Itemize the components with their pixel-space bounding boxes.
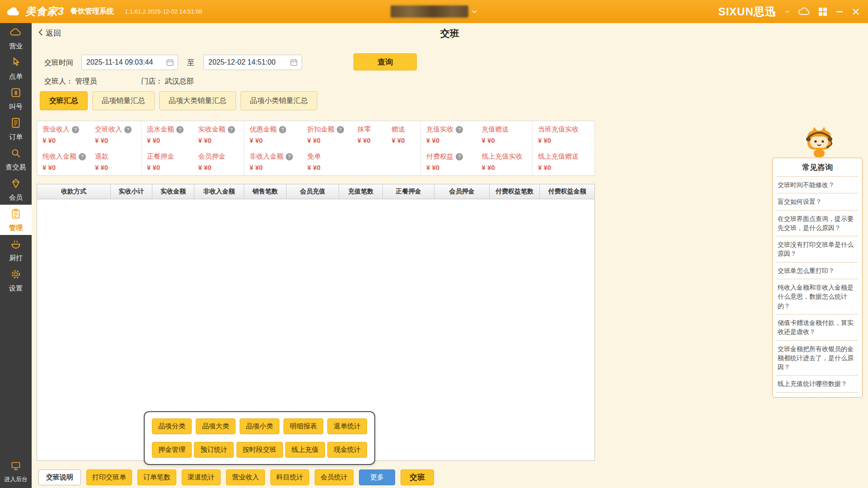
minimize-icon[interactable] [835,8,844,16]
quick-item-major-class-button[interactable]: 品项大类 [196,418,236,434]
sidebar-item-call-number[interactable]: 8 叫号 [0,84,32,114]
faq-item[interactable]: 盲交如何设置？ [777,193,858,210]
help-icon[interactable]: ? [228,126,235,133]
help-icon[interactable]: ? [124,126,132,133]
sidebar-item-members[interactable]: 会员 [0,174,32,205]
quick-shift-by-period-button[interactable]: 按时段交班 [236,442,283,458]
help-icon[interactable]: ? [176,126,184,133]
sidebar-item-label: 点单 [9,72,23,81]
help-icon[interactable]: ? [456,126,463,133]
quick-refund-stats-button[interactable]: 退单统计 [327,418,367,434]
channel-stats-button[interactable]: 渠道统计 [182,469,221,485]
column-header: 充值笔数 [339,184,383,199]
quick-item-minor-class-button[interactable]: 品项小类 [240,418,279,434]
calendar-icon[interactable] [166,58,174,66]
sidebar-item-business[interactable]: 营业 [0,23,32,53]
faq-item[interactable]: 交班单怎么重打印？ [777,263,858,279]
column-header: 非收入金额 [194,184,244,199]
stat-non-income: 非收入金额? ¥ ¥0 [244,148,302,175]
more-button[interactable]: 更多 [359,469,395,485]
tab-shift-summary[interactable]: 交班汇总 [40,91,88,110]
faq-item[interactable]: 储值卡赠送金额付款，算实收还是虚收？ [777,314,858,341]
store-selector-blurred[interactable] [391,5,468,18]
revenue-button[interactable]: 营业收入 [226,469,265,485]
tab-item-minor-sales-summary[interactable]: 品项小类销量汇总 [241,91,317,110]
member-icon [10,178,22,191]
shift-handover-button[interactable]: 交班 [401,469,434,485]
tab-item-sales-summary[interactable]: 品项销量汇总 [92,91,155,110]
topbar-left: 美食家3 餐饮管理系统 1.1.61.2 2025-12-02 14:51:08 [6,5,202,19]
sidebar-item-label: 厨打 [9,254,23,263]
main-content: 返回 交班 交班时间 2025-11-14 09:03:44 至 2025-12… [32,23,868,488]
member-stats-button[interactable]: 会员统计 [315,469,354,485]
operator-label: 交班人： [44,77,73,85]
start-datetime-value: 2025-11-14 09:03:44 [86,58,153,66]
faq-item[interactable]: 线上充值统计哪些数据？ [777,375,858,392]
store-label: 门店： [141,77,163,85]
query-button[interactable]: 查询 [354,53,417,70]
start-datetime-input[interactable]: 2025-11-14 09:03:44 [81,55,178,70]
quick-detail-report-button[interactable]: 明细报表 [283,418,323,434]
help-icon[interactable]: ? [79,153,86,160]
stat-giveaway: 赠送 ¥ ¥0 [386,121,420,148]
faq-item[interactable]: 在交班界面点查询，提示要先交班，是什么原因？ [777,211,858,237]
app-logo-icon [6,6,21,17]
quick-deposit-management-button[interactable]: 押金管理 [152,442,192,458]
stats-panel: 营业收入? ¥ ¥0 纯收入金额? ¥ ¥0 交班收入? ¥ ¥0 退款 [37,121,595,176]
shift-notes-button[interactable]: 交班说明 [38,469,81,485]
cloud-sync-icon[interactable] [798,7,810,16]
sidebar-item-backoffice[interactable]: 进入后台 [0,458,32,485]
print-shift-button[interactable]: 打印交班单 [86,469,132,485]
order-count-button[interactable]: 订单笔数 [137,469,176,485]
tab-item-major-sales-summary[interactable]: 品项大类销量汇总 [159,91,236,110]
sidebar-item-label: 叫号 [9,103,23,111]
stat-free-order: 免单 ¥ ¥0 [302,148,352,175]
sidebar-item-label: 订单 [9,133,23,141]
calendar-icon[interactable] [290,58,298,66]
quick-cash-stats-button[interactable]: 现金统计 [327,442,367,458]
stat-turnover: 流水金额? ¥ ¥0 [142,121,193,148]
faq-item[interactable]: 交班时间不能修改？ [777,177,858,193]
sidebar-item-transactions[interactable]: 查交易 [0,144,32,174]
quick-item-category-button[interactable]: 品项分类 [152,418,192,434]
apps-grid-icon[interactable] [818,7,827,16]
column-header: 付费权益笔数 [490,184,540,199]
column-header: 实收小计 [111,184,152,199]
help-icon[interactable]: ? [279,126,286,133]
end-datetime-value: 2025-12-02 14:51:00 [208,58,276,66]
faq-item[interactable]: 交班金额把所有收银员的金额都统计进去了，是什么原因？ [777,341,858,376]
stat-actual-received: 实收金额? ¥ ¥0 [193,121,244,148]
chevron-down-icon[interactable] [471,8,478,17]
sidebar-item-settings[interactable]: 设置 [0,265,32,296]
operator-row: 交班人： 管理员 [44,77,97,86]
sidebar-item-management[interactable]: 管理 [0,205,32,235]
quick-report-panel: 品项分类 品项大类 品项小类 明细报表 退单统计 押金管理 预订统计 按时段交班… [144,411,375,465]
sidebar-item-kitchen-print[interactable]: 厨打 [0,235,32,265]
faq-title: 常见咨询 [777,162,858,177]
app-subtitle: 餐饮管理系统 [71,7,114,16]
orders-icon [10,117,22,131]
management-icon [10,208,22,221]
stat-recharge-received: 充值实收? ¥ ¥0 [421,121,476,148]
search-transactions-icon [10,147,22,161]
end-datetime-input[interactable]: 2025-12-02 14:51:00 [203,55,302,70]
payment-table-header: 收款方式 实收小计 实收金额 非收入金额 销售笔数 会员充值 充值笔数 正餐押金… [37,184,595,199]
help-icon[interactable]: ? [337,126,344,133]
brand-chevron-down-icon[interactable] [784,9,790,14]
close-icon[interactable] [852,8,860,16]
stats-group: 流水金额? ¥ ¥0 正餐押金 ¥ ¥0 实收金额? ¥ ¥0 会员押金 [142,121,244,175]
subject-stats-button[interactable]: 科目统计 [270,469,309,485]
help-icon[interactable]: ? [72,126,79,133]
help-icon[interactable]: ? [286,153,293,160]
sidebar-item-orders[interactable]: 订单 [0,114,32,144]
help-icon[interactable]: ? [456,153,463,160]
quick-reservation-stats-button[interactable]: 预订统计 [194,442,234,458]
page-header: 返回 交班 [32,23,868,44]
sidebar-item-label: 设置 [9,284,23,293]
column-header: 实收金额 [152,184,194,199]
stats-group: 当班充值实收 ¥ ¥0 线上充值赠送 ¥ ¥0 [533,121,594,175]
quick-online-recharge-button[interactable]: 线上充值 [285,442,325,458]
faq-item[interactable]: 交班没有打印交班单是什么原因？ [777,236,858,263]
faq-item[interactable]: 纯收入金额和非收入金额是什么意思，数据怎么统计的？ [777,279,858,314]
sidebar-item-order[interactable]: 点单 [0,53,32,84]
